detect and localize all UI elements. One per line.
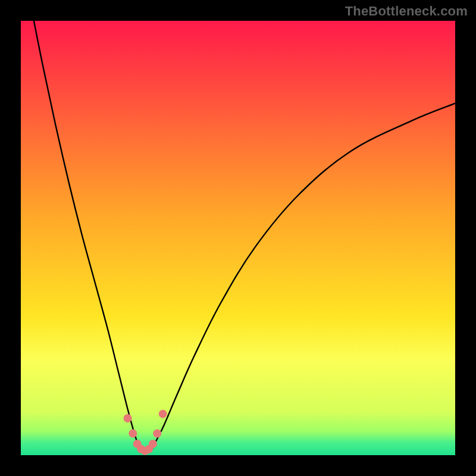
trough-dot [124,414,132,422]
watermark-label: TheBottleneck.com [345,4,468,19]
trough-dot [129,430,137,438]
trough-dot [159,410,167,418]
chart-svg [0,0,476,476]
chart-frame: TheBottleneck.com [0,0,476,476]
trough-dot [149,440,157,448]
plot-background [21,21,455,455]
trough-dot [153,430,161,438]
